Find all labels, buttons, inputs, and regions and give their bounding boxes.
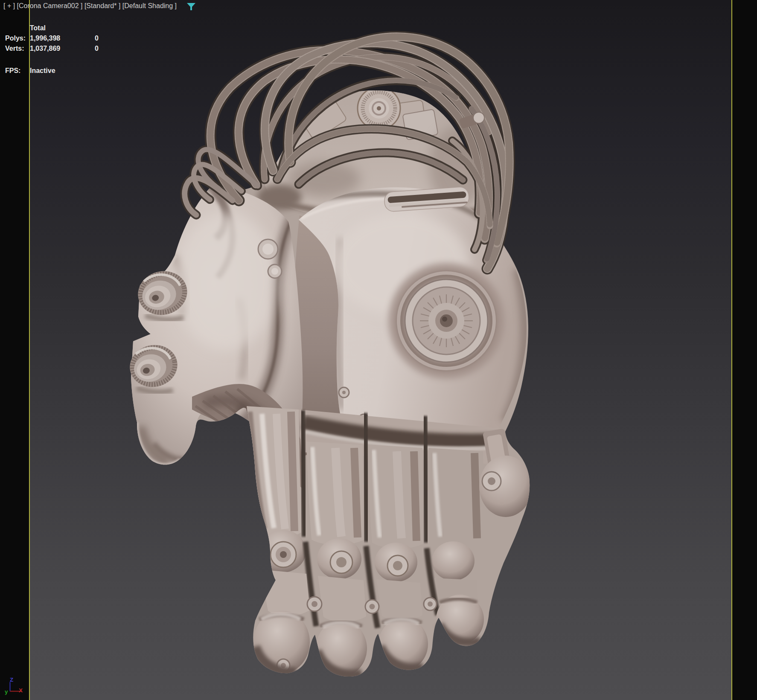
svg-text:X: X xyxy=(19,687,23,694)
svg-text:y: y xyxy=(5,688,8,695)
svg-text:Z: Z xyxy=(10,677,13,683)
